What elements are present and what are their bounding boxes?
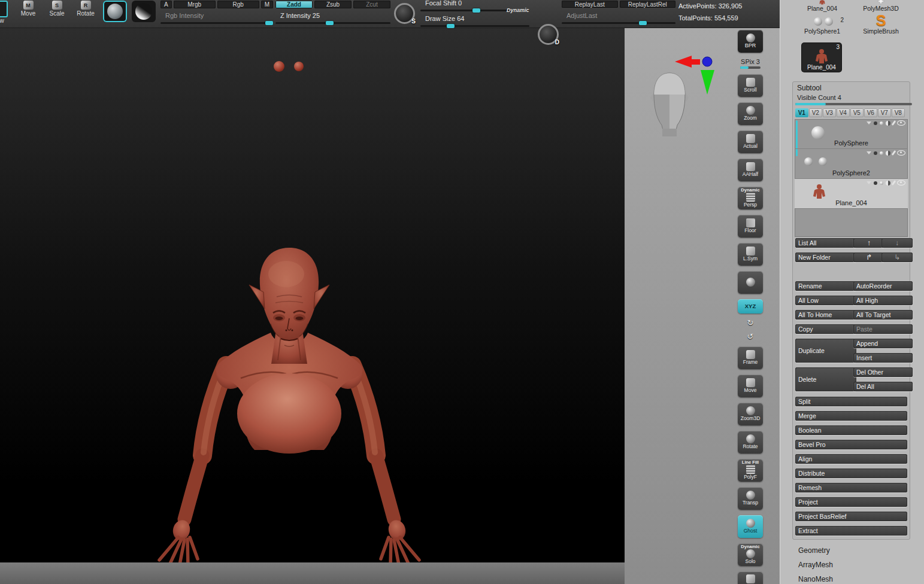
stroke-selector-button[interactable]: S xyxy=(394,3,415,24)
eye-icon[interactable] xyxy=(897,120,905,126)
frame-button[interactable]: Frame xyxy=(738,346,763,369)
tab-v3[interactable]: V3 xyxy=(823,108,836,117)
subtool-item-plane004-selected[interactable]: Plane_004 xyxy=(795,179,908,209)
move-tool-button[interactable]: M Move xyxy=(16,1,41,17)
floor-button[interactable]: Floor xyxy=(738,215,763,238)
polyframe-button[interactable]: Line FillPolyF xyxy=(738,459,763,482)
new-folder-button[interactable]: New Folder xyxy=(795,253,856,262)
project-button[interactable]: Project xyxy=(795,497,907,507)
brush-icon[interactable] xyxy=(892,180,896,185)
copy-button[interactable]: Copy xyxy=(795,324,856,334)
rotate-tool-button[interactable]: R Rotate xyxy=(73,1,98,17)
ghost-button[interactable]: Ghost xyxy=(738,515,763,538)
solo-button[interactable]: DynamicSolo xyxy=(738,543,763,566)
mrgb-button[interactable]: Mrgb xyxy=(174,1,216,8)
adjust-last-handle[interactable] xyxy=(639,21,647,25)
subtool-item-polysphere[interactable]: PolySphere xyxy=(795,119,908,149)
polypaint-icon[interactable] xyxy=(874,181,877,185)
move-out-of-folder-button[interactable]: ↳ xyxy=(881,253,913,262)
move-to-folder-button[interactable]: ↱ xyxy=(853,253,884,262)
del-other-button[interactable]: Del Other xyxy=(853,367,913,377)
replay-last-rel-button[interactable]: ReplayLastRel xyxy=(620,1,676,8)
tab-v7[interactable]: V7 xyxy=(878,108,891,117)
spix-slider[interactable]: SPix 3 xyxy=(740,58,761,69)
replay-last-button[interactable]: ReplayLast xyxy=(562,1,618,8)
transp-button[interactable]: Transp xyxy=(738,487,763,510)
half-shade-icon[interactable] xyxy=(886,181,890,185)
collapse-icon[interactable] xyxy=(867,151,871,154)
paste-button[interactable]: Paste xyxy=(853,324,913,334)
adjust-last-slider[interactable]: AdjustLast xyxy=(562,10,675,25)
zoom-button[interactable]: Zoom xyxy=(738,102,763,125)
align-button[interactable]: Align xyxy=(795,454,907,464)
all-high-button[interactable]: All High xyxy=(853,296,913,305)
draw-size-handle[interactable] xyxy=(447,24,455,28)
half-shade-icon[interactable] xyxy=(886,151,890,156)
move-3d-button[interactable]: Move xyxy=(738,375,763,397)
alpha-thumbnail[interactable] xyxy=(132,1,156,22)
half-shade-icon[interactable] xyxy=(886,121,890,126)
nav-head-icon[interactable] xyxy=(650,73,689,136)
m-button[interactable]: M xyxy=(261,1,273,8)
actual-button[interactable]: Actual xyxy=(738,130,763,153)
active-tool-thumbnail[interactable]: 3 Plane_004 xyxy=(802,43,841,72)
draw-size-slider[interactable]: Draw Size 64 xyxy=(420,13,529,28)
polypaint-icon[interactable] xyxy=(874,151,877,155)
autoreorder-button[interactable]: AutoReorder xyxy=(853,281,913,291)
eye-icon[interactable] xyxy=(897,180,905,185)
zadd-button[interactable]: Zadd xyxy=(275,1,313,8)
move-subtool-down-button[interactable]: ↓ xyxy=(881,238,913,248)
subtool-item-polysphere2[interactable]: PolySphere2 xyxy=(795,149,908,179)
distribute-button[interactable]: Distribute xyxy=(795,469,907,478)
tab-v6[interactable]: V6 xyxy=(864,108,877,117)
boolean-button[interactable]: Boolean xyxy=(795,425,907,435)
bevel-pro-button[interactable]: Bevel Pro xyxy=(795,440,907,449)
extract-button[interactable]: Extract xyxy=(795,526,907,536)
recent-tool-simplebrush[interactable]: S SimpleBrush xyxy=(853,14,908,35)
nav-axis-z-dot[interactable] xyxy=(702,57,712,66)
zcut-button[interactable]: Zcut xyxy=(353,1,390,8)
zsub-button[interactable]: Zsub xyxy=(314,1,352,8)
eye-icon[interactable] xyxy=(897,150,905,156)
radial-sym-cw-button[interactable]: ↻ xyxy=(747,319,754,327)
scroll-button[interactable]: Scroll xyxy=(738,74,763,97)
tab-v5[interactable]: V5 xyxy=(850,108,864,117)
collapse-icon[interactable] xyxy=(867,121,871,124)
recent-tool-polymesh3d[interactable]: PolyMesh3D xyxy=(853,0,908,12)
rename-button[interactable]: Rename xyxy=(795,281,856,291)
split-button[interactable]: Split xyxy=(795,397,907,406)
aahalf-button[interactable]: AAHalf xyxy=(738,159,763,181)
curve-mode-button[interactable]: D xyxy=(538,24,559,45)
project-basrelief-button[interactable]: Project BasRelief xyxy=(795,512,907,521)
radial-sym-ccw-button[interactable]: ↺ xyxy=(747,333,754,341)
uv-icon[interactable] xyxy=(880,181,883,185)
sculpt-viewport[interactable] xyxy=(0,28,625,562)
merge-button[interactable]: Merge xyxy=(795,411,907,421)
delete-button[interactable]: Delete xyxy=(795,367,856,391)
all-low-button[interactable]: All Low xyxy=(795,296,856,305)
list-all-button[interactable]: List All xyxy=(795,238,856,248)
move-subtool-up-button[interactable]: ↑ xyxy=(853,238,884,248)
all-to-target-button[interactable]: All To Target xyxy=(853,310,913,320)
rgb-intensity-slider[interactable]: Rgb Intensity xyxy=(160,10,273,25)
duplicate-button[interactable]: Duplicate xyxy=(795,339,856,363)
section-nanomesh[interactable]: NanoMesh xyxy=(798,575,833,583)
current-brush-thumbnail[interactable] xyxy=(103,1,127,22)
focal-shift-handle[interactable] xyxy=(472,8,480,13)
rgb-button[interactable]: Rgb xyxy=(217,1,259,8)
del-all-button[interactable]: Del All xyxy=(853,382,913,391)
brush-icon[interactable] xyxy=(892,120,896,126)
pivot-button[interactable] xyxy=(738,271,763,294)
tab-v4[interactable]: V4 xyxy=(837,108,850,117)
polypaint-icon[interactable] xyxy=(874,121,877,125)
collapse-icon[interactable] xyxy=(867,181,871,184)
uv-icon[interactable] xyxy=(880,121,883,125)
recent-tool-polysphere1[interactable]: 2 PolySphere1 xyxy=(795,17,850,35)
remesh-button[interactable]: Remesh xyxy=(795,483,907,492)
draw-tool-button[interactable]: aw xyxy=(0,1,12,24)
bpr-button[interactable]: BPR xyxy=(738,30,763,53)
xyz-symmetry-button[interactable]: XYZ xyxy=(738,299,763,314)
rgb-intensity-handle[interactable] xyxy=(265,21,273,25)
section-geometry[interactable]: Geometry xyxy=(798,546,830,555)
a-button[interactable]: A xyxy=(160,1,172,8)
